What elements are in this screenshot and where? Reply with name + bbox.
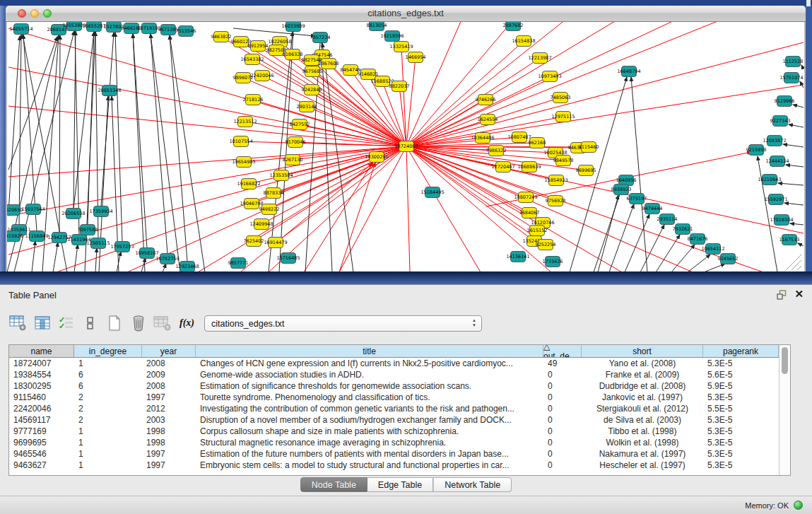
- graph-node[interactable]: 1615152: [527, 226, 548, 236]
- graph-node[interactable]: 962160: [529, 138, 546, 148]
- window-titlebar[interactable]: citations_edges.txt: [6, 6, 806, 22]
- graph-node[interactable]: 7857224: [310, 33, 331, 43]
- graph-node[interactable]: 9463822: [211, 32, 232, 42]
- graph-node[interactable]: 9227343: [770, 116, 791, 127]
- graph-node[interactable]: 2887682: [503, 22, 524, 31]
- column-header-year[interactable]: year: [142, 345, 196, 357]
- table-row[interactable]: 1872400712008Changes of HCN gene express…: [9, 358, 779, 369]
- table-mode-icon[interactable]: [8, 314, 28, 332]
- row-layout-icon[interactable]: [81, 314, 100, 332]
- graph-node[interactable]: 9252254: [536, 240, 556, 250]
- table-vertical-scrollbar[interactable]: [779, 345, 790, 475]
- graph-node[interactable]: 7097588: [78, 225, 98, 235]
- graph-node[interactable]: 18107554: [229, 136, 252, 147]
- table-row[interactable]: 969969511998Structural magnetic resonanc…: [9, 437, 779, 448]
- graph-node[interactable]: 14055714: [9, 24, 33, 35]
- graph-node[interactable]: 10688639: [517, 162, 541, 173]
- graph-node[interactable]: 2867608: [319, 59, 339, 69]
- graph-node[interactable]: 20206558: [61, 209, 85, 219]
- graph-node[interactable]: 2803144: [297, 102, 317, 112]
- graph-node[interactable]: 2935114: [657, 214, 678, 225]
- table-row[interactable]: 1938455462009Genome-wide association stu…: [9, 369, 779, 380]
- float-panel-icon[interactable]: [777, 290, 788, 300]
- column-header-name[interactable]: name: [9, 345, 74, 357]
- table-row[interactable]: 2242004622012Investigating the contribut…: [9, 403, 779, 414]
- graph-node[interactable]: 1466954: [406, 52, 426, 63]
- graph-node[interactable]: 17359934: [89, 206, 112, 217]
- graph-node[interactable]: 12213512: [233, 117, 257, 127]
- graph-node[interactable]: 9756928: [546, 196, 566, 206]
- show-column-icon[interactable]: [33, 314, 52, 332]
- graph-node[interactable]: 10364486: [471, 133, 494, 144]
- graph-node[interactable]: 16033809: [281, 22, 305, 32]
- graph-node[interactable]: 7625402: [244, 236, 264, 247]
- table-row[interactable]: 911546021997Tourette syndrome. Phenomeno…: [9, 392, 779, 403]
- graph-node[interactable]: 19166822: [237, 179, 260, 189]
- graph-node[interactable]: 9245652: [718, 254, 739, 264]
- tab-edge-table[interactable]: Edge Table: [367, 477, 433, 492]
- graph-node[interactable]: 12353584: [269, 170, 293, 181]
- graph-node[interactable]: 12720407: [491, 162, 514, 173]
- table-row[interactable]: 946554611997Estimation of the future num…: [9, 448, 779, 460]
- graph-node[interactable]: 9896072: [233, 73, 254, 83]
- column-header-title[interactable]: title: [196, 345, 543, 357]
- graph-node[interactable]: 16543382: [240, 54, 264, 65]
- graph-node[interactable]: 12444134: [765, 156, 789, 167]
- graph-node[interactable]: 16914479: [264, 238, 287, 248]
- graph-node[interactable]: 19218596: [380, 31, 404, 42]
- graph-node[interactable]: 7986322: [486, 146, 507, 156]
- graph-node[interactable]: 8471676: [688, 234, 708, 245]
- column-header-pagerank[interactable]: pagerank: [703, 345, 779, 357]
- graph-node[interactable]: 2718126: [243, 95, 264, 105]
- graph-node[interactable]: 9115460: [579, 142, 599, 153]
- network-view-canvas[interactable]: 1872400718300295946382296601238912954182…: [7, 22, 804, 271]
- graph-node[interactable]: 8912954: [248, 41, 269, 52]
- resize-grip-icon[interactable]: [786, 255, 801, 270]
- graph-node[interactable]: 8813054: [367, 22, 387, 31]
- graph-node[interactable]: 8186328: [283, 49, 303, 60]
- graph-node[interactable]: 1624554: [478, 115, 498, 125]
- delete-column-icon[interactable]: [129, 314, 148, 332]
- table-row[interactable]: 1456911722003Disruption of a novel membe…: [9, 414, 779, 426]
- graph-node[interactable]: 10655287: [82, 22, 105, 32]
- table-row[interactable]: 1830029562008Estimation of significance …: [9, 380, 779, 392]
- graph-node[interactable]: 9498222: [259, 204, 280, 215]
- graph-node[interactable]: 12213987: [528, 53, 551, 64]
- graph-node[interactable]: 9129966: [775, 96, 795, 107]
- graph-node[interactable]: 7932621: [673, 224, 693, 235]
- memory-status-indicator[interactable]: [794, 501, 803, 510]
- graph-node[interactable]: 8427552: [290, 119, 310, 130]
- graph-node[interactable]: 17016504: [770, 215, 793, 226]
- graph-node[interactable]: 9215958: [746, 145, 767, 156]
- column-header-short[interactable]: short: [582, 345, 703, 357]
- graph-node[interactable]: 12975115: [551, 112, 575, 122]
- graph-node[interactable]: 15184495: [420, 187, 444, 198]
- graph-node[interactable]: 9170046: [286, 137, 306, 148]
- select-rows-icon[interactable]: ✓ ✓: [57, 314, 76, 332]
- graph-node[interactable]: 9675685: [302, 66, 323, 77]
- graph-node[interactable]: 7515546: [176, 26, 196, 37]
- graph-node[interactable]: 10654112: [701, 244, 724, 255]
- graph-node[interactable]: 1167533: [779, 235, 800, 245]
- graph-node[interactable]: 9857771: [228, 258, 249, 269]
- graph-node[interactable]: 9242848: [302, 85, 322, 95]
- table-row[interactable]: 977716911998Corpus callosum shape and si…: [9, 426, 779, 437]
- graph-node[interactable]: 1112528: [783, 57, 804, 67]
- graph-node[interactable]: 13325419: [389, 42, 413, 52]
- graph-node[interactable]: 6379197: [627, 194, 647, 204]
- new-column-icon[interactable]: [105, 314, 124, 332]
- graph-node[interactable]: 16154838: [512, 36, 535, 47]
- function-builder-icon[interactable]: f(x): [180, 317, 194, 329]
- column-header-in_degree[interactable]: in_degree: [74, 345, 142, 357]
- graph-node[interactable]: 9474444: [642, 204, 663, 214]
- graph-node[interactable]: 20053346: [98, 86, 121, 96]
- graph-node[interactable]: 8822037: [389, 81, 410, 92]
- column-header-out_de[interactable]: △ out_de...: [543, 345, 582, 357]
- graph-node[interactable]: 12409948: [249, 219, 273, 230]
- graph-node[interactable]: 9699695: [576, 165, 596, 176]
- citation-network-graph[interactable]: 1872400718300295946382296601238912954182…: [7, 22, 804, 271]
- graph-node[interactable]: 9746266: [476, 95, 496, 105]
- tab-network-table[interactable]: Network Table: [433, 477, 512, 492]
- graph-node[interactable]: 15592971: [764, 194, 787, 205]
- graph-node[interactable]: 3684067: [519, 208, 540, 218]
